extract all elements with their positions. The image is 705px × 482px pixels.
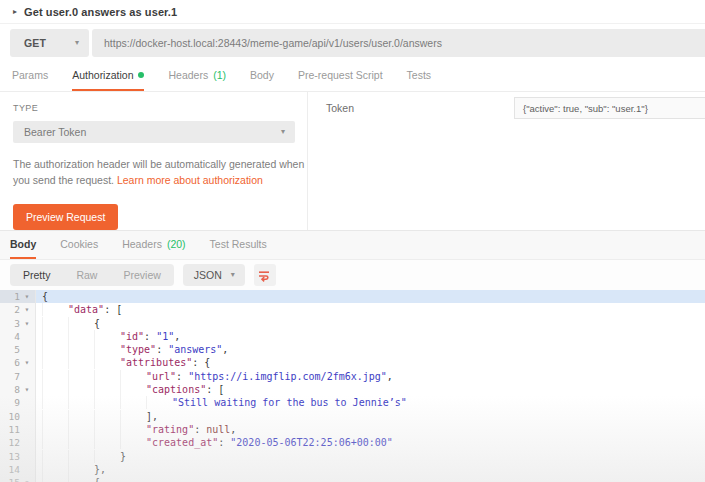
code-line[interactable]: 6▾"attributes": { xyxy=(0,356,705,369)
code-line[interactable]: 4"id": "1", xyxy=(0,330,705,343)
code-line[interactable]: 9"Still waiting for the bus to Jennie’s" xyxy=(0,396,705,409)
view-mode-group: Pretty Raw Preview xyxy=(10,264,174,286)
tab-label: Test Results xyxy=(210,238,267,250)
code-text: "Still waiting for the bus to Jennie’s" xyxy=(36,396,705,409)
line-gutter: 3▾ xyxy=(0,317,36,330)
line-gutter: 10 xyxy=(0,410,36,423)
line-number: 13 xyxy=(0,450,20,463)
preview-button[interactable]: Preview xyxy=(110,264,173,286)
fold-toggle-icon[interactable]: ▾ xyxy=(20,303,34,316)
tab-body[interactable]: Body xyxy=(250,62,274,91)
tab-cookies[interactable]: Cookies xyxy=(60,231,98,259)
tab-label: Cookies xyxy=(60,238,98,250)
token-input[interactable]: {"active": true, "sub": "user.1"} xyxy=(514,97,705,119)
request-title: Get user.0 answers as user.1 xyxy=(24,6,177,18)
code-text: "attributes": { xyxy=(36,356,705,369)
code-line[interactable]: 5"type": "answers", xyxy=(0,343,705,356)
tab-label: Authorization xyxy=(72,69,133,81)
code-line[interactable]: 8▾"captions": [ xyxy=(0,383,705,396)
pretty-button[interactable]: Pretty xyxy=(10,264,63,286)
tab-test-results[interactable]: Test Results xyxy=(210,231,267,259)
auth-type-pane: TYPE Bearer Token ▾ The authorization he… xyxy=(0,92,308,230)
fold-toggle-icon[interactable]: ▾ xyxy=(20,356,34,369)
method-value: GET xyxy=(24,37,46,49)
tab-label: Headers xyxy=(168,69,208,81)
wrap-lines-icon xyxy=(258,269,271,282)
code-lines: 1▾{2▾"data": [3▾{4"id": "1",5"type": "an… xyxy=(0,290,705,482)
wrap-lines-button[interactable] xyxy=(254,264,276,286)
auth-type-select[interactable]: Bearer Token ▾ xyxy=(13,121,295,143)
code-text: { xyxy=(36,290,705,303)
line-gutter: 2▾ xyxy=(0,303,36,316)
fold-toggle-icon[interactable]: ▾ xyxy=(20,476,34,482)
url-input[interactable]: https://docker-host.local:28443/meme-gam… xyxy=(92,29,705,57)
code-text: "created_at": "2020-05-06T22:25:06+00:00… xyxy=(36,436,705,449)
code-text: "id": "1", xyxy=(36,330,705,343)
fold-toggle-icon[interactable]: ▾ xyxy=(20,290,34,303)
response-body-editor[interactable]: 1▾{2▾"data": [3▾{4"id": "1",5"type": "an… xyxy=(0,290,705,482)
code-line[interactable]: 7"url": "https://i.imgflip.com/2fm6x.jpg… xyxy=(0,370,705,383)
line-number: 5 xyxy=(0,343,20,356)
code-line[interactable]: 2▾"data": [ xyxy=(0,303,705,316)
tab-response-headers[interactable]: Headers (20) xyxy=(122,231,185,259)
url-value: https://docker-host.local:28443/meme-gam… xyxy=(104,37,442,49)
auth-token-pane: Token {"active": true, "sub": "user.1"} xyxy=(308,92,705,230)
tab-params[interactable]: Params xyxy=(12,62,48,91)
auth-help-text: The authorization header will be automat… xyxy=(13,156,311,189)
line-gutter: 4 xyxy=(0,330,36,343)
tab-label: Pre-request Script xyxy=(298,69,383,81)
format-select[interactable]: JSON ▾ xyxy=(183,264,245,286)
tab-authorization[interactable]: Authorization xyxy=(72,62,144,91)
code-text: "rating": null, xyxy=(36,423,705,436)
code-line[interactable]: 12"created_at": "2020-05-06T22:25:06+00:… xyxy=(0,436,705,449)
code-text: } xyxy=(36,450,705,463)
fold-toggle-icon[interactable]: ▾ xyxy=(20,383,34,396)
fold-toggle-icon[interactable]: ▾ xyxy=(20,317,34,330)
tab-tests[interactable]: Tests xyxy=(407,62,432,91)
line-number: 6 xyxy=(0,356,20,369)
line-number: 15 xyxy=(0,476,20,482)
tab-label: Headers xyxy=(122,238,162,250)
code-text: "captions": [ xyxy=(36,383,705,396)
line-gutter: 15▾ xyxy=(0,476,36,482)
learn-more-link[interactable]: Learn more about authorization xyxy=(117,174,263,186)
tab-headers[interactable]: Headers (1) xyxy=(168,62,226,91)
collapse-arrow-icon[interactable]: ▸ xyxy=(13,8,17,16)
code-line[interactable]: 10], xyxy=(0,410,705,423)
code-line[interactable]: 14}, xyxy=(0,463,705,476)
line-number: 12 xyxy=(0,436,20,449)
code-line[interactable]: 3▾{ xyxy=(0,317,705,330)
request-tabs: Params Authorization Headers (1) Body Pr… xyxy=(0,62,705,92)
raw-button[interactable]: Raw xyxy=(63,264,110,286)
tab-label: Body xyxy=(10,238,36,250)
line-number: 4 xyxy=(0,330,20,343)
chevron-down-icon: ▾ xyxy=(281,128,285,136)
line-gutter: 7 xyxy=(0,370,36,383)
format-value: JSON xyxy=(194,269,222,281)
code-line[interactable]: 1▾{ xyxy=(0,290,705,303)
authorization-panel: TYPE Bearer Token ▾ The authorization he… xyxy=(0,92,705,230)
line-gutter: 11 xyxy=(0,423,36,436)
line-number: 3 xyxy=(0,317,20,330)
line-gutter: 13 xyxy=(0,450,36,463)
preview-request-button[interactable]: Preview Request xyxy=(13,204,118,230)
code-line[interactable]: 15▾{ xyxy=(0,476,705,482)
type-label: TYPE xyxy=(13,103,295,113)
tab-count: (1) xyxy=(213,69,226,81)
line-number: 7 xyxy=(0,370,20,383)
request-title-row[interactable]: ▸ Get user.0 answers as user.1 xyxy=(0,0,705,24)
tab-pre-request-script[interactable]: Pre-request Script xyxy=(298,62,383,91)
code-text: ], xyxy=(36,410,705,423)
method-select[interactable]: GET ▾ xyxy=(10,29,89,57)
code-text: "data": [ xyxy=(36,303,705,316)
active-auth-dot xyxy=(138,72,144,78)
chevron-down-icon: ▾ xyxy=(231,271,235,279)
code-line[interactable]: 13} xyxy=(0,450,705,463)
chevron-down-icon: ▾ xyxy=(75,39,79,47)
code-line[interactable]: 11"rating": null, xyxy=(0,423,705,436)
tab-response-body[interactable]: Body xyxy=(10,231,36,259)
line-gutter: 5 xyxy=(0,343,36,356)
tab-label: Tests xyxy=(407,69,432,81)
auth-type-value: Bearer Token xyxy=(24,126,86,138)
line-gutter: 1▾ xyxy=(0,290,36,303)
